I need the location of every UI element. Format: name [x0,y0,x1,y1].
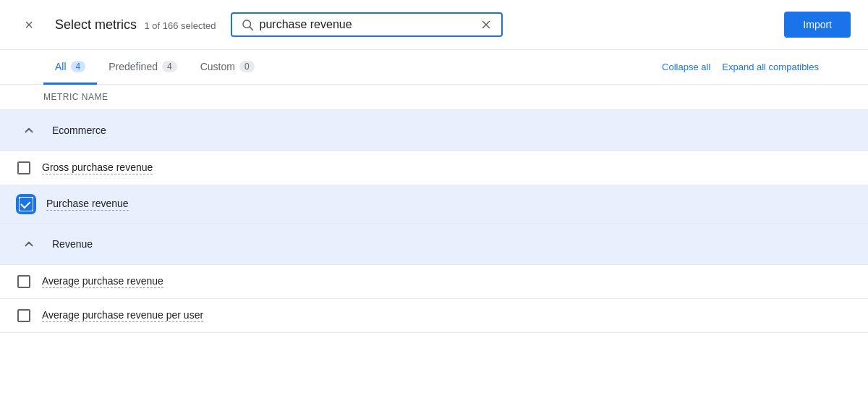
tab-custom-badge: 0 [239,61,255,72]
tab-all[interactable]: All 4 [43,51,97,85]
metric-name-header: Metric name [43,92,109,102]
header: × Select metrics 1 of 166 selected Impor… [0,0,868,50]
revenue-section-title: Revenue [52,238,93,250]
purchase-revenue-checkbox-wrapper [17,195,35,213]
search-input[interactable] [260,18,475,31]
table-row: Average purchase revenue per user [0,299,868,333]
tab-all-badge: 4 [71,61,86,72]
table-header: Metric name [0,85,868,110]
tab-predefined-badge: 4 [162,61,177,72]
search-clear-button[interactable] [480,18,493,31]
tabs-row: All 4 Predefined 4 Custom 0 Collapse all… [0,50,868,85]
svg-line-1 [250,27,252,30]
avg-purchase-revenue-label: Average purchase revenue [42,275,163,288]
gross-purchase-revenue-checkbox[interactable] [17,161,30,174]
purchase-revenue-checkbox[interactable] [20,198,33,211]
purchase-revenue-label: Purchase revenue [46,198,129,211]
tab-predefined-label: Predefined [109,61,158,72]
tab-custom[interactable]: Custom 0 [189,51,266,85]
ecommerce-section-title: Ecommerce [52,125,106,136]
dialog-title: Select metrics [55,17,137,32]
ecommerce-chevron[interactable] [17,119,41,142]
avg-purchase-revenue-checkbox[interactable] [17,275,30,288]
close-button[interactable]: × [17,13,41,36]
revenue-section-header: Revenue [0,224,868,265]
tab-all-label: All [55,61,67,72]
avg-purchase-revenue-per-user-label: Average purchase revenue per user [42,309,203,322]
avg-purchase-revenue-per-user-checkbox[interactable] [17,309,30,322]
tab-predefined[interactable]: Predefined 4 [97,51,188,85]
import-button[interactable]: Import [784,12,851,38]
search-icon [241,18,254,31]
table-row: Gross purchase revenue [0,151,868,185]
expand-all-button[interactable]: Expand all compatibles [716,59,825,75]
collapse-all-button[interactable]: Collapse all [656,59,716,75]
table-row: Average purchase revenue [0,265,868,299]
search-bar [231,12,503,37]
tab-custom-label: Custom [200,61,235,72]
ecommerce-section-header: Ecommerce [0,110,868,151]
table-row: Purchase revenue [0,185,868,224]
selection-count: 1 of 166 selected [144,20,216,31]
gross-purchase-revenue-label: Gross purchase revenue [42,161,153,174]
revenue-chevron[interactable] [17,232,41,256]
